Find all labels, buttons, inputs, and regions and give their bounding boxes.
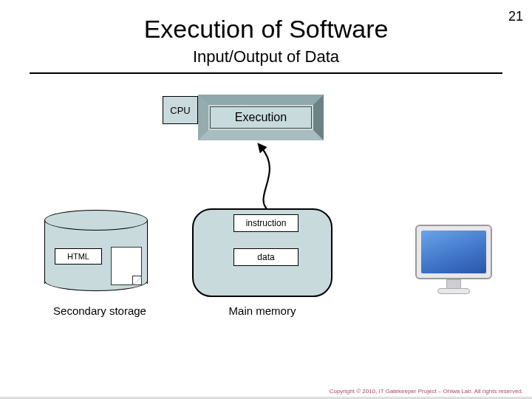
cpu-label-box: CPU (163, 96, 198, 124)
execution-box: Execution (198, 95, 324, 140)
execution-label: Execution (210, 106, 312, 129)
copyright-footer: Copyright © 2010, IT Gatekeeper Project … (330, 388, 523, 395)
main-memory-caption: Main memory (192, 304, 332, 317)
slide-title: Execution of Software (0, 15, 532, 44)
data-cell: data (233, 248, 299, 266)
instruction-cell: instruction (233, 214, 299, 232)
arrow-instruction-to-execution (244, 137, 288, 217)
file-label: HTML (55, 248, 102, 265)
monitor-icon (415, 225, 492, 294)
divider (30, 72, 502, 74)
slide: 21 Execution of Software Input/Output of… (0, 0, 532, 399)
slide-subtitle: Input/Output of Data (0, 47, 532, 66)
file-icon (111, 247, 142, 285)
secondary-storage-caption: Secondary storage (44, 304, 155, 317)
footer-bar (0, 396, 532, 399)
